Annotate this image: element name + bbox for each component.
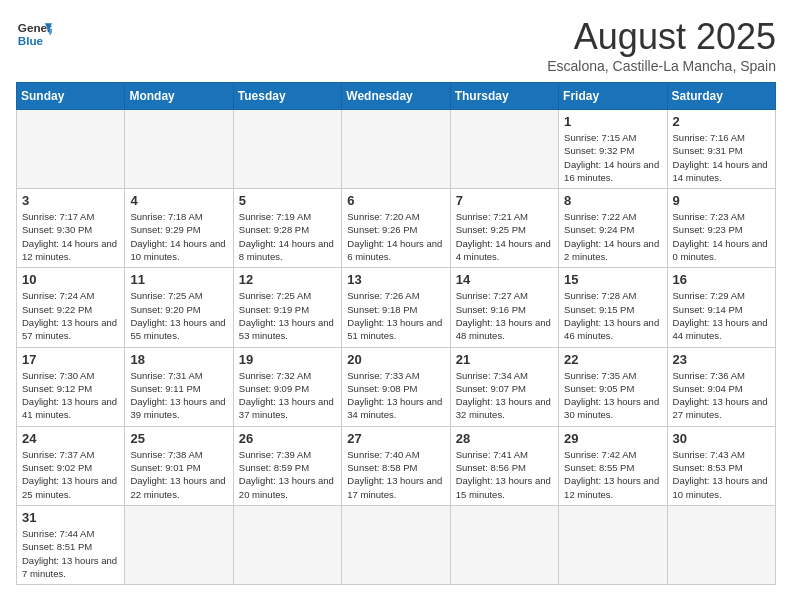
day-number: 18 (130, 352, 227, 367)
day-number: 3 (22, 193, 119, 208)
day-number: 22 (564, 352, 661, 367)
day-info: Sunrise: 7:24 AM Sunset: 9:22 PM Dayligh… (22, 289, 119, 342)
day-number: 4 (130, 193, 227, 208)
calendar-cell (450, 505, 558, 584)
calendar-cell: 15Sunrise: 7:28 AM Sunset: 9:15 PM Dayli… (559, 268, 667, 347)
day-info: Sunrise: 7:15 AM Sunset: 9:32 PM Dayligh… (564, 131, 661, 184)
weekday-header-tuesday: Tuesday (233, 83, 341, 110)
day-info: Sunrise: 7:42 AM Sunset: 8:55 PM Dayligh… (564, 448, 661, 501)
svg-text:General: General (18, 21, 52, 34)
day-info: Sunrise: 7:22 AM Sunset: 9:24 PM Dayligh… (564, 210, 661, 263)
calendar-cell: 22Sunrise: 7:35 AM Sunset: 9:05 PM Dayli… (559, 347, 667, 426)
day-info: Sunrise: 7:35 AM Sunset: 9:05 PM Dayligh… (564, 369, 661, 422)
weekday-header-sunday: Sunday (17, 83, 125, 110)
calendar-table: SundayMondayTuesdayWednesdayThursdayFrid… (16, 82, 776, 585)
day-info: Sunrise: 7:16 AM Sunset: 9:31 PM Dayligh… (673, 131, 770, 184)
calendar-cell: 8Sunrise: 7:22 AM Sunset: 9:24 PM Daylig… (559, 189, 667, 268)
day-info: Sunrise: 7:41 AM Sunset: 8:56 PM Dayligh… (456, 448, 553, 501)
title-area: August 2025 Escalona, Castille-La Mancha… (547, 16, 776, 74)
day-info: Sunrise: 7:19 AM Sunset: 9:28 PM Dayligh… (239, 210, 336, 263)
calendar-cell: 10Sunrise: 7:24 AM Sunset: 9:22 PM Dayli… (17, 268, 125, 347)
day-number: 28 (456, 431, 553, 446)
calendar-cell (667, 505, 775, 584)
day-number: 14 (456, 272, 553, 287)
calendar-cell (17, 110, 125, 189)
day-number: 17 (22, 352, 119, 367)
calendar-cell: 30Sunrise: 7:43 AM Sunset: 8:53 PM Dayli… (667, 426, 775, 505)
day-info: Sunrise: 7:40 AM Sunset: 8:58 PM Dayligh… (347, 448, 444, 501)
day-info: Sunrise: 7:21 AM Sunset: 9:25 PM Dayligh… (456, 210, 553, 263)
weekday-header-wednesday: Wednesday (342, 83, 450, 110)
calendar-cell (342, 505, 450, 584)
day-info: Sunrise: 7:37 AM Sunset: 9:02 PM Dayligh… (22, 448, 119, 501)
day-info: Sunrise: 7:27 AM Sunset: 9:16 PM Dayligh… (456, 289, 553, 342)
calendar-cell (233, 110, 341, 189)
calendar-cell: 25Sunrise: 7:38 AM Sunset: 9:01 PM Dayli… (125, 426, 233, 505)
day-info: Sunrise: 7:26 AM Sunset: 9:18 PM Dayligh… (347, 289, 444, 342)
calendar-cell: 18Sunrise: 7:31 AM Sunset: 9:11 PM Dayli… (125, 347, 233, 426)
day-number: 9 (673, 193, 770, 208)
calendar-cell: 31Sunrise: 7:44 AM Sunset: 8:51 PM Dayli… (17, 505, 125, 584)
logo: General Blue (16, 16, 52, 52)
weekday-header-friday: Friday (559, 83, 667, 110)
day-info: Sunrise: 7:31 AM Sunset: 9:11 PM Dayligh… (130, 369, 227, 422)
calendar-week-row: 3Sunrise: 7:17 AM Sunset: 9:30 PM Daylig… (17, 189, 776, 268)
calendar-cell: 4Sunrise: 7:18 AM Sunset: 9:29 PM Daylig… (125, 189, 233, 268)
calendar-cell: 9Sunrise: 7:23 AM Sunset: 9:23 PM Daylig… (667, 189, 775, 268)
day-info: Sunrise: 7:43 AM Sunset: 8:53 PM Dayligh… (673, 448, 770, 501)
day-info: Sunrise: 7:39 AM Sunset: 8:59 PM Dayligh… (239, 448, 336, 501)
calendar-cell: 21Sunrise: 7:34 AM Sunset: 9:07 PM Dayli… (450, 347, 558, 426)
day-info: Sunrise: 7:20 AM Sunset: 9:26 PM Dayligh… (347, 210, 444, 263)
day-number: 6 (347, 193, 444, 208)
calendar-cell: 20Sunrise: 7:33 AM Sunset: 9:08 PM Dayli… (342, 347, 450, 426)
day-info: Sunrise: 7:23 AM Sunset: 9:23 PM Dayligh… (673, 210, 770, 263)
day-info: Sunrise: 7:17 AM Sunset: 9:30 PM Dayligh… (22, 210, 119, 263)
day-number: 23 (673, 352, 770, 367)
day-number: 1 (564, 114, 661, 129)
calendar-cell: 29Sunrise: 7:42 AM Sunset: 8:55 PM Dayli… (559, 426, 667, 505)
day-info: Sunrise: 7:30 AM Sunset: 9:12 PM Dayligh… (22, 369, 119, 422)
calendar-cell: 3Sunrise: 7:17 AM Sunset: 9:30 PM Daylig… (17, 189, 125, 268)
calendar-cell (342, 110, 450, 189)
calendar-cell (125, 110, 233, 189)
day-number: 7 (456, 193, 553, 208)
day-info: Sunrise: 7:28 AM Sunset: 9:15 PM Dayligh… (564, 289, 661, 342)
calendar-cell: 24Sunrise: 7:37 AM Sunset: 9:02 PM Dayli… (17, 426, 125, 505)
calendar-cell: 27Sunrise: 7:40 AM Sunset: 8:58 PM Dayli… (342, 426, 450, 505)
calendar-cell: 16Sunrise: 7:29 AM Sunset: 9:14 PM Dayli… (667, 268, 775, 347)
day-info: Sunrise: 7:29 AM Sunset: 9:14 PM Dayligh… (673, 289, 770, 342)
day-number: 8 (564, 193, 661, 208)
day-info: Sunrise: 7:25 AM Sunset: 9:19 PM Dayligh… (239, 289, 336, 342)
calendar-cell: 17Sunrise: 7:30 AM Sunset: 9:12 PM Dayli… (17, 347, 125, 426)
day-info: Sunrise: 7:36 AM Sunset: 9:04 PM Dayligh… (673, 369, 770, 422)
day-number: 21 (456, 352, 553, 367)
day-number: 24 (22, 431, 119, 446)
day-number: 19 (239, 352, 336, 367)
calendar-cell: 26Sunrise: 7:39 AM Sunset: 8:59 PM Dayli… (233, 426, 341, 505)
weekday-header-saturday: Saturday (667, 83, 775, 110)
day-number: 16 (673, 272, 770, 287)
calendar-week-row: 17Sunrise: 7:30 AM Sunset: 9:12 PM Dayli… (17, 347, 776, 426)
calendar-week-row: 10Sunrise: 7:24 AM Sunset: 9:22 PM Dayli… (17, 268, 776, 347)
day-info: Sunrise: 7:33 AM Sunset: 9:08 PM Dayligh… (347, 369, 444, 422)
day-number: 26 (239, 431, 336, 446)
month-title: August 2025 (547, 16, 776, 58)
weekday-header-monday: Monday (125, 83, 233, 110)
day-number: 15 (564, 272, 661, 287)
day-number: 29 (564, 431, 661, 446)
day-info: Sunrise: 7:38 AM Sunset: 9:01 PM Dayligh… (130, 448, 227, 501)
day-number: 25 (130, 431, 227, 446)
calendar-cell: 6Sunrise: 7:20 AM Sunset: 9:26 PM Daylig… (342, 189, 450, 268)
calendar-cell: 13Sunrise: 7:26 AM Sunset: 9:18 PM Dayli… (342, 268, 450, 347)
day-number: 11 (130, 272, 227, 287)
calendar-cell: 11Sunrise: 7:25 AM Sunset: 9:20 PM Dayli… (125, 268, 233, 347)
calendar-week-row: 24Sunrise: 7:37 AM Sunset: 9:02 PM Dayli… (17, 426, 776, 505)
svg-text:Blue: Blue (18, 34, 44, 47)
weekday-header-row: SundayMondayTuesdayWednesdayThursdayFrid… (17, 83, 776, 110)
calendar-cell (559, 505, 667, 584)
day-number: 27 (347, 431, 444, 446)
calendar-cell: 12Sunrise: 7:25 AM Sunset: 9:19 PM Dayli… (233, 268, 341, 347)
day-info: Sunrise: 7:18 AM Sunset: 9:29 PM Dayligh… (130, 210, 227, 263)
day-info: Sunrise: 7:25 AM Sunset: 9:20 PM Dayligh… (130, 289, 227, 342)
day-number: 20 (347, 352, 444, 367)
